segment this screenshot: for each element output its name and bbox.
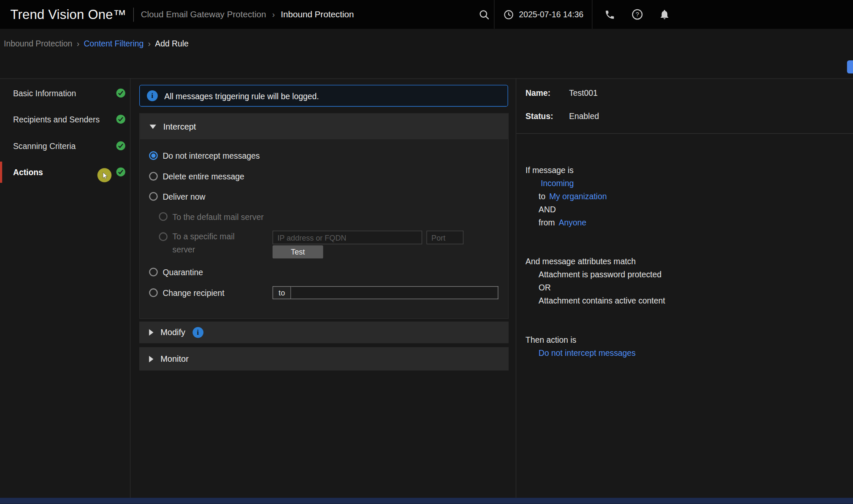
step-recipients-senders[interactable]: Recipients and Senders [0, 113, 130, 126]
modify-section-title: Modify [160, 328, 185, 337]
header-left: Trend Vision One™ Cloud Email Gateway Pr… [10, 0, 354, 29]
info-icon: i [147, 90, 158, 101]
info-banner: i All messages triggering rule will be l… [139, 85, 508, 107]
header-right: 2025-07-16 14:36 ? [474, 0, 674, 29]
step-complete-icon [116, 167, 126, 177]
monitor-section-title: Monitor [160, 354, 189, 363]
app-logo: Trend Vision One™ [10, 7, 126, 22]
svg-text:?: ? [636, 11, 639, 18]
intercept-section-header[interactable]: Intercept [140, 114, 508, 139]
option-do-not-intercept[interactable]: Do not intercept messages [149, 149, 260, 162]
radio-quarantine[interactable] [149, 268, 158, 276]
header-breadcrumb-chevron: › [272, 10, 275, 19]
summary-attribute-2: Attachment contains active content [539, 294, 665, 307]
phone-icon [605, 9, 616, 20]
radio-specific-mail-server[interactable] [159, 232, 168, 241]
summary-from-row: from Anyone [539, 216, 586, 229]
step-complete-icon [116, 88, 126, 98]
caret-down-icon [149, 125, 156, 129]
test-button[interactable]: Test [273, 245, 323, 258]
summary-condition-heading: If message is [525, 164, 574, 177]
edge-panel-handle[interactable] [847, 60, 853, 73]
summary-attributes-heading: And message attributes match [525, 255, 636, 268]
intercept-section: Intercept Do not intercept messages Dele… [139, 113, 509, 319]
page-title: Add Rule [155, 39, 189, 48]
ip-address-input[interactable] [273, 230, 422, 244]
breadcrumb-content-filtering[interactable]: Content Filtering [84, 39, 144, 48]
option-deliver-now[interactable]: Deliver now [149, 190, 205, 203]
step-label: Actions [13, 167, 43, 176]
radio-do-not-intercept[interactable] [149, 151, 158, 160]
step-complete-icon [116, 141, 126, 151]
help-icon: ? [631, 9, 643, 20]
header-product-name: Cloud Email Gateway Protection [141, 10, 266, 19]
caret-right-icon [149, 355, 153, 362]
summary-name-label: Name: [525, 87, 550, 100]
option-label: Do not intercept messages [162, 151, 260, 160]
option-label: Delete entire message [162, 172, 244, 181]
summary-attribute-1: Attachment is password protected [539, 268, 661, 281]
radio-change-recipient[interactable] [149, 288, 158, 297]
change-recipient-group: to [273, 286, 498, 299]
summary-to-word: to [539, 190, 545, 203]
modify-info-icon[interactable]: i [192, 327, 203, 338]
step-basic-information[interactable]: Basic Information [0, 87, 130, 100]
option-change-recipient[interactable]: Change recipient [149, 286, 224, 299]
footer-bar [0, 498, 853, 504]
app-header: Trend Vision One™ Cloud Email Gateway Pr… [0, 0, 853, 29]
step-label: Recipients and Senders [13, 114, 100, 124]
option-specific-mail-server[interactable]: To a specific mail server [159, 230, 244, 256]
option-label: Quarantine [162, 267, 203, 276]
step-complete-icon [116, 114, 126, 124]
search-icon [478, 8, 490, 20]
radio-deliver-now[interactable] [149, 192, 158, 201]
summary-from-word: from [539, 216, 555, 229]
step-scanning-criteria[interactable]: Scanning Criteria [0, 139, 130, 152]
to-prefix-label: to [273, 286, 291, 299]
summary-status-label: Status: [525, 110, 553, 123]
radio-default-mail-server[interactable] [159, 212, 168, 221]
option-label: Change recipient [162, 288, 224, 297]
step-label: Scanning Criteria [13, 141, 76, 150]
option-label: Deliver now [162, 192, 205, 201]
info-banner-text: All messages triggering rule will be log… [164, 91, 319, 100]
option-label: To the default mail server [173, 212, 264, 221]
summary-or-word: OR [539, 281, 551, 294]
summary-and-word: AND [539, 203, 556, 216]
header-section-name: Inbound Protection [281, 10, 354, 19]
cursor-highlight [97, 168, 112, 182]
step-nav: Basic Information Recipients and Senders… [0, 79, 130, 498]
summary-direction-link[interactable]: Incoming [541, 177, 574, 190]
cursor-pointer-icon [100, 171, 108, 179]
help-button[interactable]: ? [628, 0, 647, 29]
option-quarantine[interactable]: Quarantine [149, 266, 203, 279]
summary-action-link[interactable]: Do not intercept messages [539, 347, 636, 360]
modify-section-header[interactable]: Modify i [139, 322, 509, 344]
datetime-display: 2025-07-16 14:36 [495, 9, 592, 20]
breadcrumb-chevron: › [77, 39, 79, 48]
summary-from-link[interactable]: Anyone [559, 216, 587, 229]
datetime-text: 2025-07-16 14:36 [519, 10, 584, 19]
summary-to-link[interactable]: My organization [549, 190, 607, 203]
summary-action-heading: Then action is [525, 333, 576, 347]
breadcrumb: Inbound Protection › Content Filtering ›… [4, 39, 189, 48]
bell-icon [659, 9, 670, 20]
breadcrumb-inbound-protection[interactable]: Inbound Protection [4, 39, 72, 48]
clock-icon [503, 9, 514, 20]
support-button[interactable] [600, 0, 620, 29]
header-separator-2 [592, 0, 593, 29]
change-recipient-input[interactable] [291, 286, 498, 299]
option-delete-entire-message[interactable]: Delete entire message [149, 170, 244, 183]
monitor-section-header[interactable]: Monitor [139, 347, 509, 370]
step-label: Basic Information [13, 88, 76, 98]
option-default-mail-server[interactable]: To the default mail server [159, 210, 263, 223]
port-input[interactable] [427, 230, 464, 244]
notifications-button[interactable] [655, 0, 674, 29]
breadcrumb-chevron-2: › [148, 39, 151, 48]
radio-delete-entire-message[interactable] [149, 172, 158, 181]
summary-to-row: to My organization [539, 190, 607, 203]
app-screen: Trend Vision One™ Cloud Email Gateway Pr… [0, 0, 853, 504]
search-button[interactable] [474, 0, 494, 29]
summary-divider [516, 133, 853, 134]
header-divider [133, 7, 134, 22]
